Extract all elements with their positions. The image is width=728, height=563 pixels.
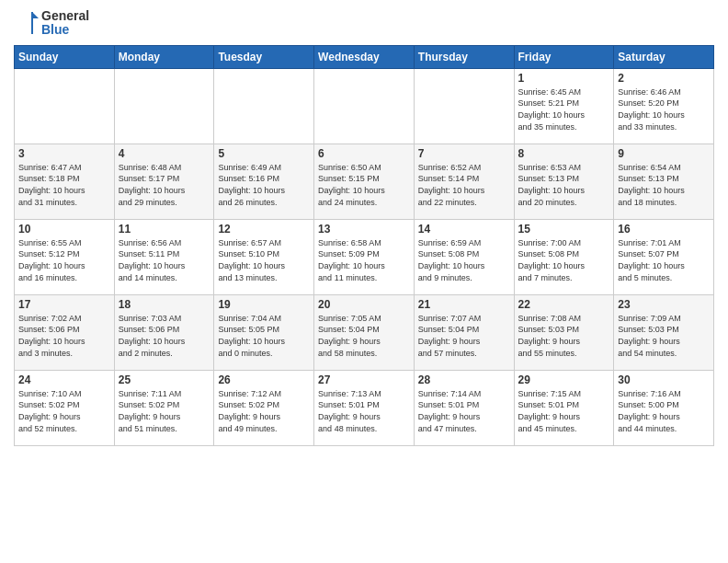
calendar-table: SundayMondayTuesdayWednesdayThursdayFrid… — [14, 45, 714, 446]
day-info: Sunrise: 7:16 AM Sunset: 5:00 PM Dayligh… — [618, 388, 710, 434]
day-cell: 26Sunrise: 7:12 AM Sunset: 5:02 PM Dayli… — [214, 370, 314, 445]
day-cell: 3Sunrise: 6:47 AM Sunset: 5:18 PM Daylig… — [15, 144, 115, 219]
logo-icon — [14, 10, 40, 36]
day-number: 8 — [518, 147, 610, 160]
day-number: 7 — [418, 147, 510, 160]
day-info: Sunrise: 6:50 AM Sunset: 5:15 PM Dayligh… — [318, 162, 410, 208]
day-cell — [214, 68, 314, 144]
day-info: Sunrise: 6:49 AM Sunset: 5:16 PM Dayligh… — [218, 162, 310, 208]
day-number: 28 — [418, 373, 510, 386]
day-number: 26 — [218, 373, 310, 386]
day-info: Sunrise: 6:54 AM Sunset: 5:13 PM Dayligh… — [618, 162, 710, 208]
day-number: 17 — [18, 298, 110, 311]
day-cell — [314, 68, 415, 144]
day-cell: 30Sunrise: 7:16 AM Sunset: 5:00 PM Dayli… — [614, 370, 714, 445]
day-info: Sunrise: 7:05 AM Sunset: 5:04 PM Dayligh… — [318, 313, 410, 359]
day-cell: 21Sunrise: 7:07 AM Sunset: 5:04 PM Dayli… — [414, 294, 514, 370]
logo-general-text: General — [41, 9, 89, 23]
day-cell: 4Sunrise: 6:48 AM Sunset: 5:17 PM Daylig… — [114, 144, 214, 219]
weekday-header-saturday: Saturday — [614, 45, 714, 68]
week-row-2: 3Sunrise: 6:47 AM Sunset: 5:18 PM Daylig… — [15, 144, 714, 219]
day-number: 30 — [618, 373, 710, 386]
day-cell: 2Sunrise: 6:46 AM Sunset: 5:20 PM Daylig… — [614, 68, 714, 144]
day-info: Sunrise: 6:47 AM Sunset: 5:18 PM Dayligh… — [18, 162, 110, 208]
day-number: 18 — [119, 298, 210, 311]
day-number: 16 — [618, 223, 710, 236]
day-cell: 24Sunrise: 7:10 AM Sunset: 5:02 PM Dayli… — [15, 370, 115, 445]
day-cell: 16Sunrise: 7:01 AM Sunset: 5:07 PM Dayli… — [614, 219, 714, 294]
calendar-page: General Blue SundayMondayTuesdayWednesda… — [0, 0, 728, 563]
day-info: Sunrise: 6:59 AM Sunset: 5:08 PM Dayligh… — [418, 237, 510, 283]
day-info: Sunrise: 7:03 AM Sunset: 5:06 PM Dayligh… — [119, 313, 210, 359]
day-cell: 15Sunrise: 7:00 AM Sunset: 5:08 PM Dayli… — [514, 219, 614, 294]
day-info: Sunrise: 7:00 AM Sunset: 5:08 PM Dayligh… — [518, 237, 610, 283]
day-info: Sunrise: 7:08 AM Sunset: 5:03 PM Dayligh… — [518, 313, 610, 359]
day-cell: 1Sunrise: 6:45 AM Sunset: 5:21 PM Daylig… — [514, 68, 614, 144]
day-info: Sunrise: 7:10 AM Sunset: 5:02 PM Dayligh… — [18, 388, 110, 434]
day-info: Sunrise: 7:11 AM Sunset: 5:02 PM Dayligh… — [119, 388, 210, 434]
day-cell: 25Sunrise: 7:11 AM Sunset: 5:02 PM Dayli… — [114, 370, 214, 445]
week-row-4: 17Sunrise: 7:02 AM Sunset: 5:06 PM Dayli… — [15, 294, 714, 370]
day-number: 15 — [518, 223, 610, 236]
day-cell: 23Sunrise: 7:09 AM Sunset: 5:03 PM Dayli… — [614, 294, 714, 370]
day-cell: 8Sunrise: 6:53 AM Sunset: 5:13 PM Daylig… — [514, 144, 614, 219]
day-number: 25 — [119, 373, 210, 386]
day-cell: 17Sunrise: 7:02 AM Sunset: 5:06 PM Dayli… — [15, 294, 115, 370]
day-info: Sunrise: 7:02 AM Sunset: 5:06 PM Dayligh… — [18, 313, 110, 359]
day-number: 3 — [18, 147, 110, 160]
week-row-5: 24Sunrise: 7:10 AM Sunset: 5:02 PM Dayli… — [15, 370, 714, 445]
day-info: Sunrise: 7:09 AM Sunset: 5:03 PM Dayligh… — [618, 313, 710, 359]
day-cell — [114, 68, 214, 144]
day-number: 9 — [618, 147, 710, 160]
day-cell: 11Sunrise: 6:56 AM Sunset: 5:11 PM Dayli… — [114, 219, 214, 294]
weekday-header-friday: Friday — [514, 45, 614, 68]
day-info: Sunrise: 6:53 AM Sunset: 5:13 PM Dayligh… — [518, 162, 610, 208]
day-info: Sunrise: 6:55 AM Sunset: 5:12 PM Dayligh… — [18, 237, 110, 283]
day-info: Sunrise: 7:15 AM Sunset: 5:01 PM Dayligh… — [518, 388, 610, 434]
day-cell: 14Sunrise: 6:59 AM Sunset: 5:08 PM Dayli… — [414, 219, 514, 294]
day-info: Sunrise: 6:52 AM Sunset: 5:14 PM Dayligh… — [418, 162, 510, 208]
day-info: Sunrise: 7:04 AM Sunset: 5:05 PM Dayligh… — [218, 313, 310, 359]
day-info: Sunrise: 6:56 AM Sunset: 5:11 PM Dayligh… — [119, 237, 210, 283]
day-number: 1 — [518, 72, 610, 85]
day-info: Sunrise: 6:45 AM Sunset: 5:21 PM Dayligh… — [518, 86, 610, 132]
day-number: 5 — [218, 147, 310, 160]
logo-container: General Blue — [14, 9, 89, 38]
day-number: 22 — [518, 298, 610, 311]
day-info: Sunrise: 7:14 AM Sunset: 5:01 PM Dayligh… — [418, 388, 510, 434]
day-number: 29 — [518, 373, 610, 386]
day-info: Sunrise: 6:57 AM Sunset: 5:10 PM Dayligh… — [218, 237, 310, 283]
day-cell: 13Sunrise: 6:58 AM Sunset: 5:09 PM Dayli… — [314, 219, 415, 294]
logo: General Blue — [14, 9, 89, 38]
day-number: 27 — [318, 373, 410, 386]
day-info: Sunrise: 7:07 AM Sunset: 5:04 PM Dayligh… — [418, 313, 510, 359]
day-number: 24 — [18, 373, 110, 386]
day-cell: 19Sunrise: 7:04 AM Sunset: 5:05 PM Dayli… — [214, 294, 314, 370]
day-cell: 27Sunrise: 7:13 AM Sunset: 5:01 PM Dayli… — [314, 370, 415, 445]
day-cell: 20Sunrise: 7:05 AM Sunset: 5:04 PM Dayli… — [314, 294, 415, 370]
day-number: 19 — [218, 298, 310, 311]
day-cell: 6Sunrise: 6:50 AM Sunset: 5:15 PM Daylig… — [314, 144, 415, 219]
day-number: 2 — [618, 72, 710, 85]
day-number: 20 — [318, 298, 410, 311]
weekday-header-monday: Monday — [114, 45, 214, 68]
day-info: Sunrise: 6:46 AM Sunset: 5:20 PM Dayligh… — [618, 86, 710, 132]
day-cell: 28Sunrise: 7:14 AM Sunset: 5:01 PM Dayli… — [414, 370, 514, 445]
day-number: 21 — [418, 298, 510, 311]
week-row-1: 1Sunrise: 6:45 AM Sunset: 5:21 PM Daylig… — [15, 68, 714, 144]
day-cell: 5Sunrise: 6:49 AM Sunset: 5:16 PM Daylig… — [214, 144, 314, 219]
day-number: 13 — [318, 223, 410, 236]
day-number: 12 — [218, 223, 310, 236]
weekday-header-tuesday: Tuesday — [214, 45, 314, 68]
weekday-header-sunday: Sunday — [15, 45, 115, 68]
day-cell: 18Sunrise: 7:03 AM Sunset: 5:06 PM Dayli… — [114, 294, 214, 370]
day-info: Sunrise: 6:58 AM Sunset: 5:09 PM Dayligh… — [318, 237, 410, 283]
day-cell: 12Sunrise: 6:57 AM Sunset: 5:10 PM Dayli… — [214, 219, 314, 294]
week-row-3: 10Sunrise: 6:55 AM Sunset: 5:12 PM Dayli… — [15, 219, 714, 294]
day-number: 11 — [119, 223, 210, 236]
day-cell — [414, 68, 514, 144]
logo-blue-text: Blue — [41, 23, 89, 37]
day-number: 4 — [119, 147, 210, 160]
day-number: 6 — [318, 147, 410, 160]
svg-rect-0 — [14, 10, 40, 36]
